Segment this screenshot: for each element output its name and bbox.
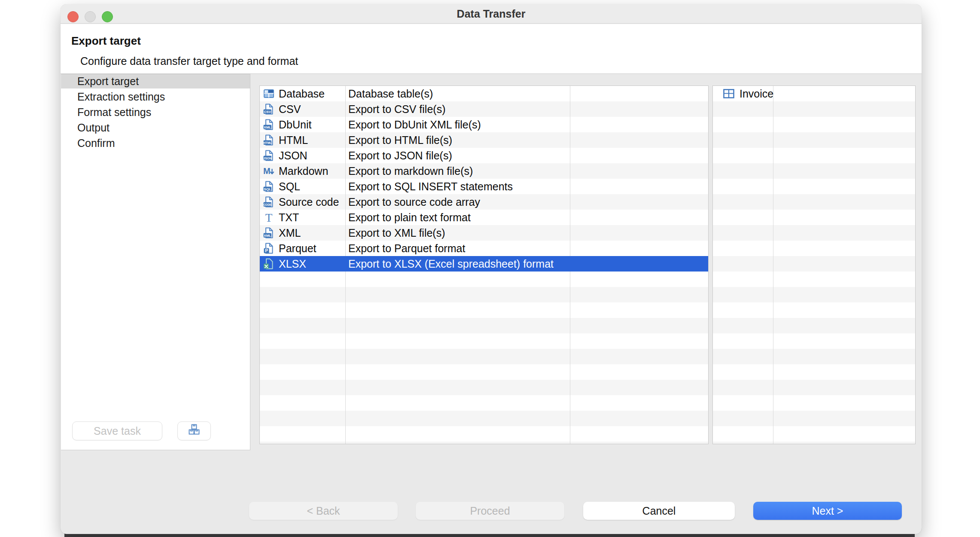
format-name: CSV [279,101,301,117]
format-description: Export to XLSX (Excel spreadsheet) forma… [348,256,554,272]
export-format-row[interactable]: JSON JSON Export to JSON file(s) [260,148,708,163]
title-bar: Data Transfer [61,4,922,24]
svg-text:M: M [263,166,271,176]
page-title: Export target [71,34,141,48]
format-description: Export to Parquet format [348,241,465,256]
source-objects-table: Invoice [712,85,916,444]
export-format-rows: Database Database table(s) CSV CSV Expor… [260,86,708,272]
parquet-file-icon: P [263,243,274,254]
export-format-row[interactable]: CODE Source code Export to source code a… [260,194,708,210]
format-name: Parquet [279,241,317,256]
format-name: Database [279,86,325,101]
export-format-table: Database Database table(s) CSV CSV Expor… [259,85,709,444]
wizard-step-item[interactable]: Export target [61,74,250,88]
export-format-row[interactable]: Database Database table(s) [260,86,708,101]
wizard-step-label: Confirm [77,137,115,149]
svg-text:P: P [265,248,268,253]
export-format-row[interactable]: M Markdown Export to markdown file(s) [260,163,708,179]
format-name: XML [279,225,301,241]
task-settings-button[interactable] [177,421,211,440]
format-description: Export to plain text format [348,210,471,225]
format-description: Export to source code array [348,194,480,210]
format-name: Source code [279,194,339,210]
invoice-table-icon [723,88,734,99]
export-format-row[interactable]: XLSX Export to XLSX (Excel spreadsheet) … [260,256,708,272]
svg-text:CSV: CSV [264,110,271,114]
source-code-file-icon: CODE [263,196,274,207]
source-object-row[interactable]: Invoice [713,86,915,101]
cancel-button[interactable]: Cancel [583,502,735,520]
dbunit-xml-file-icon: XML [263,119,274,130]
format-description: Export to XML file(s) [348,225,445,241]
tasks-boxes-icon [187,423,201,439]
svg-text:XML: XML [264,125,271,129]
column-divider [773,86,773,444]
format-description: Export to JSON file(s) [348,148,452,163]
export-format-row[interactable]: XML XML Export to XML file(s) [260,225,708,241]
next-button[interactable]: Next > [753,502,902,520]
wizard-steps-sidebar: Export target Extraction settings Format… [61,74,250,450]
export-format-row[interactable]: CSV CSV Export to CSV file(s) [260,101,708,117]
xml-file-icon: XML [263,227,274,238]
svg-text:SQL: SQL [264,187,271,191]
format-description: Export to CSV file(s) [348,101,445,117]
format-description: Export to DbUnit XML file(s) [348,117,481,132]
format-name: JSON [279,148,307,163]
save-task-button[interactable]: Save task [72,421,162,440]
svg-text:T: T [265,212,273,223]
export-format-row[interactable]: SQL SQL Export to SQL INSERT statements [260,179,708,194]
wizard-step-item[interactable]: Format settings [61,105,250,119]
export-format-row[interactable]: XML DbUnit Export to DbUnit XML file(s) [260,117,708,132]
markdown-icon: M [263,165,274,177]
page-subtitle: Configure data transfer target type and … [80,55,298,67]
format-description: Export to SQL INSERT statements [348,179,513,194]
html-file-icon: HTML [263,134,274,146]
format-name: XLSX [279,256,306,272]
format-description: Export to markdown file(s) [348,163,473,179]
format-name: TXT [279,210,299,225]
svg-text:JSON: JSON [263,157,271,160]
csv-file-icon: CSV [263,104,274,115]
wizard-step-label: Export target [77,75,139,87]
database-table-icon [263,88,274,99]
proceed-button[interactable]: Proceed [416,502,564,520]
wizard-step-item[interactable]: Output [61,121,250,135]
source-object-rows: Invoice [713,86,915,101]
wizard-step-item[interactable]: Confirm [61,136,250,150]
xlsx-file-icon [263,258,274,269]
wizard-step-label: Extraction settings [77,91,165,103]
wizard-step-label: Format settings [77,106,151,118]
svg-text:HTML: HTML [263,141,272,144]
back-button[interactable]: < Back [249,502,398,520]
wizard-step-label: Output [77,122,110,134]
wizard-step-list: Export target Extraction settings Format… [61,74,250,150]
svg-text:CODE: CODE [263,203,271,206]
wizard-header: Export target Configure data transfer ta… [61,24,922,74]
source-object-name: Invoice [740,86,773,101]
data-transfer-dialog: Data Transfer Export target Configure da… [61,4,922,534]
json-file-icon: JSON [263,150,274,161]
format-description: Export to HTML file(s) [348,132,452,148]
format-name: HTML [279,132,308,148]
export-format-row[interactable]: HTML HTML Export to HTML file(s) [260,132,708,148]
sql-file-icon: SQL [263,181,274,192]
wizard-step-item[interactable]: Extraction settings [61,90,250,104]
format-name: Markdown [279,163,328,179]
export-format-row[interactable]: P Parquet Export to Parquet format [260,241,708,256]
format-name: DbUnit [279,117,311,132]
txt-icon: T [263,212,274,223]
window-title: Data Transfer [61,4,922,24]
format-description: Database table(s) [348,86,433,101]
export-format-row[interactable]: T TXT Export to plain text format [260,210,708,225]
svg-text:XML: XML [264,234,271,238]
format-name: SQL [279,179,300,194]
